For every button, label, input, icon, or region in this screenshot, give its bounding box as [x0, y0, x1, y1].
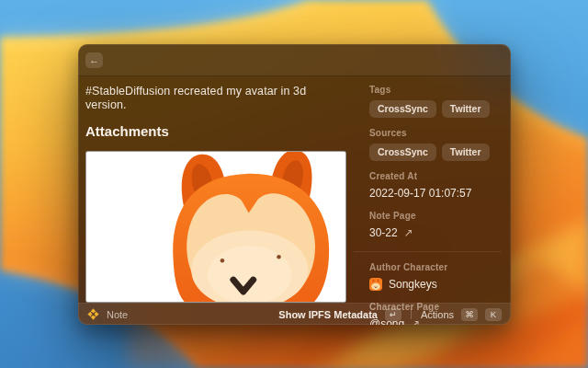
show-ipfs-metadata-button[interactable]: Show IPFS Metadata [278, 309, 378, 320]
sources-row: CrossSync Twitter [369, 144, 502, 161]
actions-button[interactable]: Actions [421, 309, 454, 320]
note-page-text: 30-22 [369, 226, 398, 239]
back-arrow-icon: ← [89, 52, 99, 68]
source-chip-crosssync[interactable]: CrossSync [369, 144, 436, 161]
cmd-keycap[interactable]: ⌘ [461, 308, 478, 321]
note-detail-window: ← #StableDiffusion recreated my avatar i… [78, 44, 511, 325]
created-at-text: 2022-09-17 01:07:57 [369, 187, 471, 200]
tags-row: CrossSync Twitter [369, 100, 502, 118]
attachment-image[interactable] [85, 151, 346, 303]
crossbell-diamond-icon-svg [87, 308, 99, 320]
author-character-label: Author Character [369, 262, 502, 273]
window-content: #StableDiffusion recreated my avatar in … [78, 76, 511, 303]
sources-label: Sources [369, 128, 502, 139]
author-avatar-icon [369, 278, 382, 291]
source-chip-twitter[interactable]: Twitter [442, 144, 490, 161]
tag-chip-crosssync[interactable]: CrossSync [369, 100, 436, 118]
crossbell-diamond-icon [87, 308, 99, 320]
enter-keycap[interactable]: ↵ [385, 308, 401, 321]
back-button[interactable]: ← [85, 52, 103, 68]
footer-bar: Note Show IPFS Metadata ↵ Actions ⌘ K [78, 303, 511, 325]
tag-chip-twitter[interactable]: Twitter [442, 100, 490, 118]
note-metadata-sidebar: Tags CrossSync Twitter Sources CrossSync… [354, 76, 511, 303]
entity-type-label: Note [107, 309, 128, 320]
created-at-value: 2022-09-17 01:07:57 [369, 187, 502, 200]
footer-divider [411, 309, 412, 319]
external-link-icon: ↗ [404, 226, 413, 239]
tags-label: Tags [369, 85, 502, 96]
sidebar-divider [354, 251, 502, 252]
note-page-link[interactable]: 30-22 ↗ [369, 226, 502, 239]
note-page-label: Note Page [369, 211, 502, 222]
author-avatar [369, 278, 382, 291]
author-character-text: Songkeys [389, 278, 437, 291]
created-at-label: Created At [369, 171, 502, 182]
window-header: ← [78, 44, 511, 76]
note-title: #StableDiffusion recreated my avatar in … [85, 85, 346, 112]
attachments-heading: Attachments [85, 123, 346, 140]
k-keycap[interactable]: K [485, 308, 502, 321]
author-character-link[interactable]: Songkeys [369, 278, 502, 291]
squirrel-avatar-image [86, 152, 345, 302]
note-main-column: #StableDiffusion recreated my avatar in … [78, 76, 354, 303]
